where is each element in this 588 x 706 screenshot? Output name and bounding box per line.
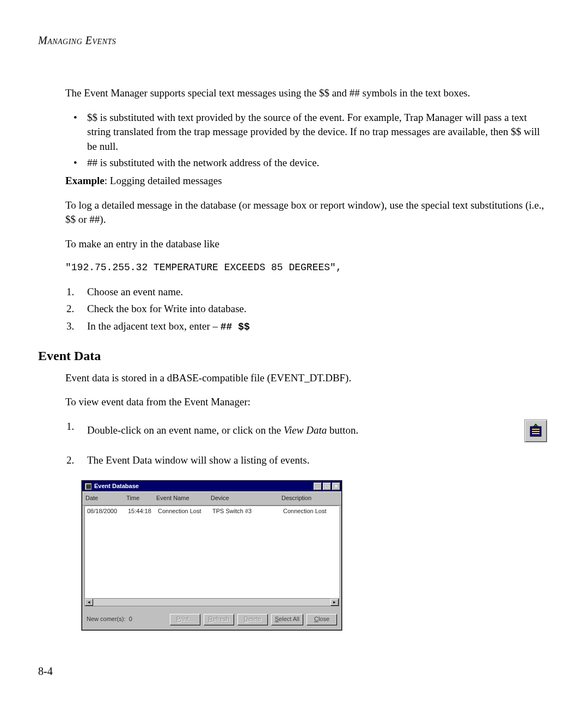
step2-2: The Event Data window will show a listin… bbox=[65, 453, 547, 468]
steps-list-1: Choose an event name. Check the box for … bbox=[65, 285, 547, 334]
step2-1-post: button. bbox=[327, 424, 358, 436]
para-make-entry: To make an entry in the database like bbox=[65, 237, 547, 252]
system-menu-icon[interactable]: ▤ bbox=[84, 483, 92, 490]
view-data-icon bbox=[524, 419, 547, 442]
svg-rect-3 bbox=[532, 433, 540, 434]
code-example: "192.75.255.32 TEMPERATURE EXCEEDS 85 DE… bbox=[65, 261, 547, 275]
step-1: Choose an event name. bbox=[65, 285, 547, 300]
step-2: Check the box for Write into database. bbox=[65, 302, 547, 317]
view-data-italic: View Data bbox=[284, 424, 327, 436]
column-headers: Date Time Event Name Device Description bbox=[82, 491, 341, 505]
step-3-code: ## $$ bbox=[220, 321, 250, 332]
cell-description: Connection Lost bbox=[283, 507, 336, 515]
col-time: Time bbox=[126, 494, 156, 502]
cell-device: TPS Switch #3 bbox=[212, 507, 283, 515]
scroll-thumb[interactable] bbox=[93, 599, 330, 606]
example-label: Example bbox=[65, 175, 105, 186]
bullet-dollar: $$ is substituted with text provided by … bbox=[65, 111, 547, 154]
refresh-button[interactable]: Refresh bbox=[204, 614, 234, 625]
col-device: Device bbox=[211, 494, 281, 502]
horizontal-scrollbar[interactable]: ◂ ▸ bbox=[84, 598, 339, 606]
bullet-hash: ## is substituted with the network addre… bbox=[65, 156, 547, 171]
cell-time: 15:44:18 bbox=[128, 507, 158, 515]
para-event-data: Event data is stored in a dBASE-compatib… bbox=[65, 371, 547, 386]
svg-rect-2 bbox=[532, 431, 540, 432]
event-database-window: ▤ Event Database _ □ × Date Time Event N… bbox=[82, 480, 342, 630]
step-3-text: In the adjacent text box, enter – bbox=[87, 320, 220, 332]
col-event-name: Event Name bbox=[156, 494, 211, 502]
page-header: Managing Events bbox=[38, 33, 547, 48]
step2-1-pre: Double-click on an event name, or click … bbox=[87, 424, 284, 436]
newcomers-value: 0 bbox=[129, 616, 132, 622]
minimize-button[interactable]: _ bbox=[314, 483, 322, 490]
substitution-list: $$ is substituted with text provided by … bbox=[65, 111, 547, 171]
section-event-data: Event Data bbox=[38, 347, 547, 366]
steps-list-2: Double-click on an event name, or click … bbox=[65, 419, 547, 468]
example-text: : Logging detailed messages bbox=[105, 175, 222, 186]
cell-date: 08/18/2000 bbox=[87, 507, 128, 515]
cell-event-name: Connection Lost bbox=[158, 507, 212, 515]
step-3: In the adjacent text box, enter – ## $$ bbox=[65, 319, 547, 334]
step2-1: Double-click on an event name, or click … bbox=[65, 419, 547, 442]
col-date: Date bbox=[85, 494, 126, 502]
print-button[interactable]: Print... bbox=[170, 614, 200, 625]
delete-button[interactable]: Delete bbox=[237, 614, 268, 625]
intro-paragraph: The Event Manager supports special text … bbox=[65, 86, 547, 101]
body-content: The Event Manager supports special text … bbox=[65, 86, 547, 630]
close-button[interactable]: Close bbox=[307, 614, 337, 625]
example-line: Example: Logging detailed messages bbox=[65, 174, 547, 188]
window-title: Event Database bbox=[94, 482, 313, 490]
scroll-right-icon[interactable]: ▸ bbox=[330, 599, 339, 606]
titlebar[interactable]: ▤ Event Database _ □ × bbox=[82, 481, 341, 491]
para-log-detailed: To log a detailed message in the databas… bbox=[65, 198, 547, 227]
maximize-button[interactable]: □ bbox=[323, 483, 331, 490]
select-all-button[interactable]: Select All bbox=[271, 614, 303, 625]
dialog-footer: New comer(s): 0 Print... Refresh Delete … bbox=[82, 606, 341, 630]
table-row[interactable]: 08/18/2000 15:44:18 Connection Lost TPS … bbox=[85, 506, 339, 516]
newcomers-label: New comer(s): 0 bbox=[87, 615, 152, 623]
para-to-view: To view event data from the Event Manage… bbox=[65, 395, 547, 410]
close-window-button[interactable]: × bbox=[332, 483, 340, 490]
col-description: Description bbox=[281, 494, 338, 502]
data-listbox[interactable]: 08/18/2000 15:44:18 Connection Lost TPS … bbox=[84, 506, 339, 598]
scroll-left-icon[interactable]: ◂ bbox=[85, 599, 93, 606]
svg-rect-1 bbox=[532, 429, 540, 430]
